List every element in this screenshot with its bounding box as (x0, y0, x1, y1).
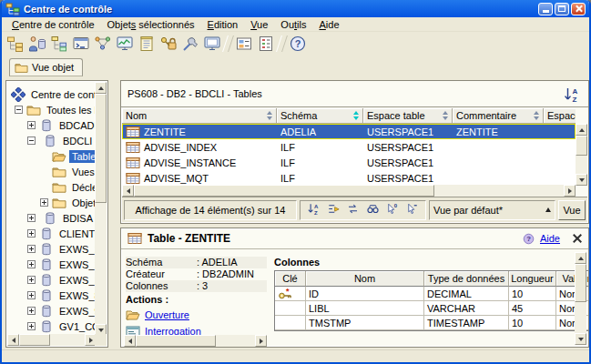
process-flow-button[interactable] (93, 34, 113, 54)
tree-item-bdcli[interactable]: BDCLI (7, 133, 96, 148)
scroll-thumb[interactable] (134, 185, 434, 197)
maximize-button[interactable] (555, 3, 569, 15)
minimize-button[interactable] (538, 3, 553, 15)
help-link[interactable]: Aide (540, 233, 560, 244)
task-center-button[interactable] (49, 34, 69, 54)
columns-header-cell[interactable]: Nom (306, 271, 424, 287)
development-center-button[interactable] (180, 34, 200, 54)
help-icon[interactable]: ? (523, 233, 535, 245)
view-button[interactable]: Vue (558, 200, 586, 220)
menu-item-1[interactable]: Objets sélectionnés (101, 18, 201, 31)
scroll-right-icon[interactable] (89, 338, 93, 343)
view-selector[interactable]: Vue par défaut* (429, 200, 555, 220)
deselect-all-button[interactable] (405, 202, 419, 217)
expand-icon[interactable] (27, 229, 36, 238)
expand-icon[interactable] (40, 198, 48, 207)
select-all-button[interactable]: 0 (385, 202, 399, 217)
find-button[interactable] (366, 202, 380, 217)
tree-item-exws-9[interactable]: EXWS_9 (7, 303, 96, 318)
object-view-tab[interactable]: Vue objet (9, 58, 83, 76)
column-header-0[interactable]: Nom (122, 108, 277, 124)
tree-item-exws-12[interactable]: EXWS_12 (7, 272, 96, 288)
table-row[interactable]: ADVISE_MQTILFUSERSPACE1 (122, 170, 576, 186)
tree-horizontal-scrollbar[interactable] (7, 334, 97, 346)
scroll-up-icon[interactable] (98, 86, 104, 90)
column-row[interactable]: TMSTMPTIMESTAMP10Non (275, 316, 589, 330)
license-center-button[interactable] (158, 34, 178, 54)
scroll-thumb[interactable] (136, 335, 216, 347)
expand-icon[interactable] (27, 245, 36, 253)
tree-item-clients[interactable]: CLIENTS (7, 226, 96, 241)
scroll-thumb[interactable] (95, 94, 107, 203)
tree-item-vues[interactable]: Vues (7, 164, 96, 179)
expand-icon[interactable] (27, 260, 36, 268)
tree-item-toutes-les-bases[interactable]: Toutes les bases (7, 102, 96, 117)
column-row[interactable]: *IDDECIMAL10Non (275, 287, 589, 301)
expand-icon[interactable] (27, 276, 36, 284)
sort-button[interactable]: AZ (307, 202, 321, 217)
scroll-left-icon[interactable] (127, 188, 130, 194)
contents-horizontal-scrollbar[interactable] (122, 185, 576, 197)
details-vertical-scrollbar[interactable] (575, 252, 586, 345)
tree-vertical-scrollbar[interactable] (95, 82, 107, 336)
column-header-4[interactable]: Espace table pour index (544, 108, 576, 124)
control-center-button[interactable] (5, 34, 25, 54)
contents-vertical-scrollbar[interactable] (576, 124, 587, 186)
column-row[interactable]: LIBLVARCHAR45Non (275, 301, 589, 316)
expand-icon[interactable] (27, 322, 36, 330)
column-header-1[interactable]: Schéma (277, 108, 363, 124)
help-button[interactable]: ? (288, 34, 308, 54)
tree-item-exws-10[interactable]: EXWS_10 (7, 241, 96, 257)
expand-icon[interactable] (27, 214, 36, 222)
expand-icon[interactable] (27, 307, 36, 315)
table-row[interactable]: ZENTITEADELIAUSERSPACE1ZENTITE (122, 124, 576, 139)
tree-item-gv1-corr[interactable]: GV1_CORR (7, 318, 96, 334)
menu-item-4[interactable]: Outils (274, 18, 312, 31)
swap-view-button[interactable] (346, 202, 360, 217)
scroll-right-icon[interactable] (568, 188, 572, 194)
table-row[interactable]: ADVISE_INSTANCEILFUSERSPACE1 (122, 155, 576, 170)
columns-header-cell[interactable]: Longueur (509, 271, 556, 287)
titlebar[interactable]: Centre de contrôle (2, 0, 589, 17)
menu-item-0[interactable]: Centre de contrôle (5, 18, 101, 31)
scroll-down-icon[interactable] (579, 178, 585, 182)
legend-button[interactable] (234, 34, 254, 54)
scroll-right-icon[interactable] (260, 339, 263, 344)
menu-item-2[interactable]: Edition (201, 18, 245, 31)
journal-button[interactable] (137, 34, 157, 54)
action-ouverture[interactable]: Ouverture (126, 307, 201, 323)
table-row[interactable]: ADVISE_INDEXILFUSERSPACE1 (122, 139, 576, 155)
tree-item-bdcadeli[interactable]: BDCADELI (7, 117, 96, 133)
scroll-thumb[interactable] (575, 264, 586, 302)
command-editor-button[interactable] (71, 34, 91, 54)
details-horizontal-scrollbar[interactable] (124, 335, 267, 347)
details-close-icon[interactable] (573, 234, 582, 243)
scroll-down-icon[interactable] (98, 329, 104, 332)
expand-icon[interactable] (27, 291, 36, 299)
menu-item-5[interactable]: Aide (313, 18, 346, 31)
health-center-button[interactable] (115, 34, 135, 54)
columns-header-cell[interactable]: Clé (275, 271, 306, 287)
tree-item-exws-11[interactable]: EXWS_11 (7, 257, 96, 272)
replication-center-button[interactable] (27, 34, 47, 54)
tree-item-tables[interactable]: Tables (7, 148, 96, 164)
menu-item-3[interactable]: Vue (244, 18, 274, 31)
expand-icon[interactable] (27, 121, 36, 129)
information-center-button[interactable] (202, 34, 222, 54)
scroll-up-icon[interactable] (579, 128, 585, 132)
column-header-2[interactable]: Espace table (363, 108, 453, 124)
tree-item-bdisa[interactable]: BDISA (7, 210, 96, 226)
collapse-icon[interactable] (27, 136, 36, 145)
column-header-3[interactable]: Commentaire (453, 108, 544, 124)
tree-item-objets-de[interactable]: Objets de (7, 195, 96, 210)
columns-header-cell[interactable]: Type de données (424, 271, 509, 287)
scroll-thumb[interactable] (19, 334, 50, 346)
action-link-label[interactable]: Ouverture (145, 309, 189, 320)
scroll-left-icon[interactable] (128, 339, 132, 344)
close-button[interactable] (571, 3, 586, 15)
tree-item-centre-de-contr-le[interactable]: Centre de contrôle (7, 86, 96, 102)
scroll-thumb[interactable] (576, 136, 587, 156)
scroll-down-icon[interactable] (578, 338, 584, 341)
scroll-up-icon[interactable] (578, 257, 584, 260)
tree-item-d-clenche[interactable]: Déclenche (7, 179, 96, 195)
